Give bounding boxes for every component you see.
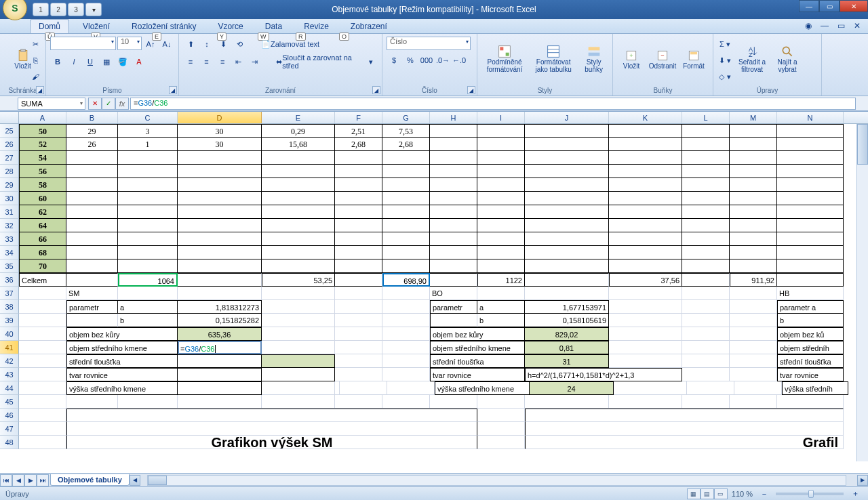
- cell[interactable]: 30: [178, 138, 262, 151]
- cell[interactable]: 0,29: [262, 124, 335, 138]
- cell[interactable]: [178, 192, 262, 205]
- cell[interactable]: [335, 259, 382, 273]
- cell[interactable]: 53,25: [262, 273, 335, 287]
- cell[interactable]: [340, 381, 387, 395]
- cell[interactable]: [335, 232, 382, 246]
- cell[interactable]: [19, 354, 66, 368]
- qat-dropdown[interactable]: ▾: [85, 3, 102, 16]
- cell[interactable]: [609, 219, 682, 232]
- cell[interactable]: [609, 165, 682, 178]
- cell[interactable]: [477, 178, 525, 192]
- cell[interactable]: [178, 178, 262, 192]
- cell[interactable]: [734, 381, 782, 395]
- cell[interactable]: [118, 395, 178, 409]
- cut-button[interactable]: ✂: [28, 37, 43, 51]
- cell[interactable]: [382, 246, 430, 259]
- cell[interactable]: [382, 232, 430, 246]
- col-header-J[interactable]: J: [525, 112, 609, 123]
- row-header[interactable]: 30: [0, 192, 19, 205]
- cell[interactable]: [682, 192, 730, 205]
- shrink-font-button[interactable]: A↓: [159, 37, 174, 51]
- cell[interactable]: [382, 205, 430, 219]
- clear-button[interactable]: ◇ ▾: [717, 69, 732, 84]
- grow-font-button[interactable]: A↑: [143, 37, 158, 51]
- cell[interactable]: [19, 409, 66, 422]
- cell[interactable]: [609, 178, 682, 192]
- cell[interactable]: [682, 395, 730, 409]
- cell[interactable]: [477, 259, 525, 273]
- row-header[interactable]: 45: [0, 395, 19, 409]
- ribbon-minimize[interactable]: —: [819, 20, 830, 31]
- cell[interactable]: [382, 151, 430, 165]
- cell[interactable]: 52: [19, 138, 66, 151]
- cell[interactable]: [262, 327, 335, 341]
- cell[interactable]: 60: [19, 192, 66, 205]
- tab-review[interactable]: Revize: [296, 20, 337, 33]
- cell[interactable]: [382, 341, 430, 354]
- align-right-button[interactable]: ≡: [215, 54, 230, 69]
- office-button[interactable]: S: [3, 0, 27, 20]
- qat-item-3[interactable]: 3: [68, 3, 84, 16]
- row-header[interactable]: 36: [0, 273, 19, 287]
- cell[interactable]: [682, 314, 730, 327]
- cell[interactable]: [430, 246, 477, 259]
- cell[interactable]: [19, 327, 66, 341]
- cell[interactable]: [609, 192, 682, 205]
- cell[interactable]: výška středního kmene: [435, 381, 530, 395]
- cell[interactable]: [777, 259, 844, 273]
- fill-color-button[interactable]: 🪣: [115, 54, 130, 69]
- cell[interactable]: [777, 395, 844, 409]
- col-header-B[interactable]: B: [66, 112, 118, 123]
- cell[interactable]: 30: [178, 124, 262, 138]
- cell[interactable]: výška středního kmene: [66, 381, 178, 395]
- number-format-combo[interactable]: Číslo: [387, 37, 471, 50]
- cell[interactable]: [525, 151, 609, 165]
- cell[interactable]: [682, 341, 730, 354]
- cell[interactable]: 62: [19, 205, 66, 219]
- formula-input[interactable]: =G36/C36: [130, 98, 856, 110]
- cell[interactable]: [730, 219, 777, 232]
- cell[interactable]: h=d^2/(1,6771+0,1581*d)^2+1,3: [525, 368, 682, 381]
- cell[interactable]: [477, 219, 525, 232]
- cell[interactable]: [609, 124, 682, 138]
- cell[interactable]: [66, 314, 118, 327]
- cell[interactable]: parametr: [430, 300, 477, 314]
- cell[interactable]: Celkem: [19, 273, 66, 287]
- cell[interactable]: [730, 341, 777, 354]
- cell[interactable]: [477, 409, 525, 422]
- cell[interactable]: [66, 165, 118, 178]
- font-launcher[interactable]: ◢: [169, 86, 177, 94]
- cell[interactable]: [525, 395, 609, 409]
- cell[interactable]: [430, 205, 477, 219]
- cell[interactable]: [477, 436, 525, 449]
- cell[interactable]: [178, 232, 262, 246]
- find-select-button[interactable]: Najít a vybrat: [772, 37, 803, 81]
- cell[interactable]: 70: [19, 259, 66, 273]
- cell[interactable]: 0,158105619: [525, 314, 609, 327]
- cell[interactable]: 31: [525, 354, 609, 368]
- qat-item-1[interactable]: 1: [33, 3, 49, 16]
- orientation-button[interactable]: ⟲: [232, 37, 247, 51]
- dec-decimal-button[interactable]: ←.0: [452, 53, 467, 68]
- maximize-button[interactable]: ▭: [819, 0, 840, 12]
- cell[interactable]: [335, 368, 382, 381]
- cell[interactable]: [262, 205, 335, 219]
- underline-button[interactable]: U: [83, 54, 98, 69]
- sheet-last-button[interactable]: ⏭: [37, 474, 49, 486]
- cell[interactable]: [382, 354, 430, 368]
- row-header[interactable]: 47: [0, 422, 19, 436]
- tab-home[interactable]: Domů: [30, 19, 69, 33]
- cell[interactable]: [430, 232, 477, 246]
- cell[interactable]: [730, 395, 777, 409]
- cell[interactable]: [730, 205, 777, 219]
- name-box[interactable]: SUMA: [18, 98, 85, 110]
- tab-formulas[interactable]: Vzorce: [210, 20, 251, 33]
- cell[interactable]: [262, 232, 335, 246]
- cell[interactable]: [178, 246, 262, 259]
- cell[interactable]: [430, 138, 477, 151]
- cell[interactable]: 1,677153971: [525, 300, 609, 314]
- cell[interactable]: [118, 205, 178, 219]
- cell[interactable]: [335, 314, 382, 327]
- select-all-corner[interactable]: [0, 112, 19, 123]
- cell[interactable]: [335, 219, 382, 232]
